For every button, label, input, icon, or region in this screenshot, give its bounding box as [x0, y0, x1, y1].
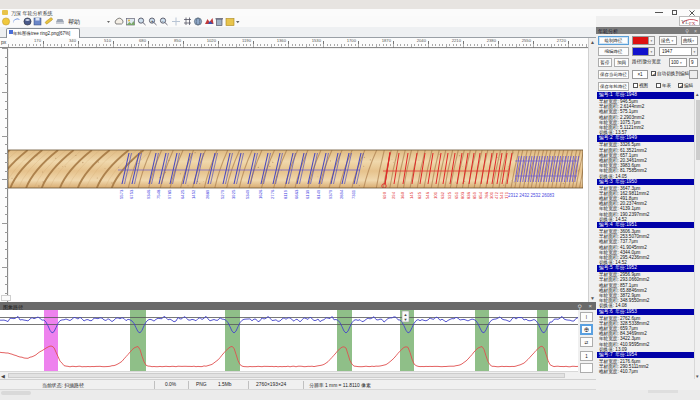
- svg-text:360: 360: [400, 191, 405, 199]
- svg-text:1452: 1452: [191, 189, 196, 199]
- svg-text:2312 2432 2532 26083: 2312 2432 2532 26083: [508, 193, 555, 198]
- svg-text:854: 854: [478, 191, 483, 199]
- svg-text:6753: 6753: [129, 189, 134, 199]
- svg-text:2776: 2776: [270, 189, 275, 199]
- svg-text:+: +: [151, 19, 154, 24]
- svg-text:294: 294: [391, 191, 396, 199]
- svg-text:8119: 8119: [283, 189, 288, 199]
- svg-text:▼: ▼: [404, 317, 408, 322]
- svg-text:632: 632: [440, 191, 445, 199]
- svg-text:9785: 9785: [167, 189, 172, 199]
- svg-text:145: 145: [409, 191, 414, 199]
- svg-text:帮助: 帮助: [68, 18, 80, 25]
- svg-text:5279: 5279: [220, 189, 225, 199]
- svg-text:6425: 6425: [180, 189, 185, 199]
- svg-text:825: 825: [417, 191, 422, 199]
- svg-text:836: 836: [466, 191, 471, 199]
- svg-text:546: 546: [425, 191, 430, 199]
- svg-text:101: 101: [433, 191, 438, 199]
- svg-text:9379: 9379: [328, 189, 333, 199]
- svg-text:6663: 6663: [294, 189, 299, 199]
- svg-text:1626: 1626: [258, 189, 263, 199]
- svg-text:2889: 2889: [205, 189, 210, 199]
- svg-text:5573: 5573: [119, 189, 124, 199]
- svg-text:651: 651: [454, 191, 459, 199]
- svg-text:803: 803: [460, 191, 465, 199]
- svg-text:8149: 8149: [316, 189, 321, 199]
- svg-text:2894: 2894: [339, 189, 344, 199]
- svg-text:859: 859: [472, 191, 477, 199]
- svg-text:925: 925: [447, 191, 452, 199]
- svg-text:7548: 7548: [156, 189, 161, 199]
- svg-text:690: 690: [382, 191, 387, 199]
- svg-text:6139: 6139: [305, 189, 310, 199]
- svg-text:9346: 9346: [146, 189, 151, 199]
- svg-text:3925: 3925: [231, 189, 236, 199]
- svg-text:5349: 5349: [245, 189, 250, 199]
- svg-text:7311: 7311: [351, 189, 356, 199]
